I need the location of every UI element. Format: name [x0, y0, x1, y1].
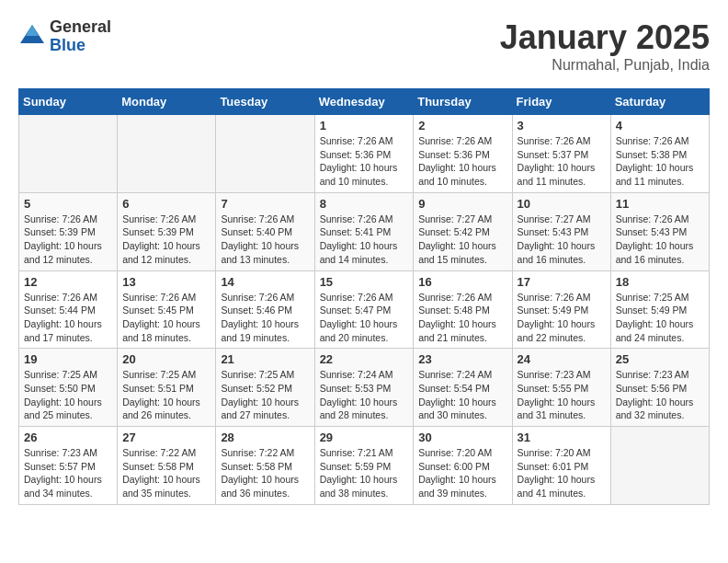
day-info: Sunrise: 7:24 AM Sunset: 5:53 PM Dayligh… — [320, 368, 409, 422]
calendar-cell: 11Sunrise: 7:26 AM Sunset: 5:43 PM Dayli… — [610, 192, 709, 270]
weekday-header-sunday: Sunday — [19, 89, 118, 115]
day-info: Sunrise: 7:23 AM Sunset: 5:55 PM Dayligh… — [518, 368, 606, 422]
day-info: Sunrise: 7:25 AM Sunset: 5:52 PM Dayligh… — [221, 368, 309, 422]
calendar-week-5: 26Sunrise: 7:23 AM Sunset: 5:57 PM Dayli… — [19, 427, 710, 505]
day-info: Sunrise: 7:26 AM Sunset: 5:38 PM Dayligh… — [616, 134, 704, 189]
calendar-cell: 27Sunrise: 7:22 AM Sunset: 5:58 PM Dayli… — [118, 427, 216, 505]
calendar-cell: 14Sunrise: 7:26 AM Sunset: 5:46 PM Dayli… — [216, 270, 314, 349]
calendar-cell: 2Sunrise: 7:26 AM Sunset: 5:36 PM Daylig… — [414, 115, 512, 193]
calendar-cell: 9Sunrise: 7:27 AM Sunset: 5:42 PM Daylig… — [414, 192, 512, 270]
logo: General Blue — [18, 18, 111, 55]
calendar-cell: 20Sunrise: 7:25 AM Sunset: 5:51 PM Dayli… — [118, 349, 216, 427]
day-number: 18 — [616, 275, 704, 289]
day-number: 24 — [518, 352, 606, 366]
day-number: 21 — [221, 352, 309, 366]
calendar-cell: 28Sunrise: 7:22 AM Sunset: 5:58 PM Dayli… — [216, 427, 314, 505]
day-number: 3 — [518, 119, 606, 132]
calendar-table: SundayMondayTuesdayWednesdayThursdayFrid… — [18, 88, 710, 505]
day-info: Sunrise: 7:26 AM Sunset: 5:49 PM Dayligh… — [518, 291, 606, 345]
day-info: Sunrise: 7:26 AM Sunset: 5:40 PM Dayligh… — [221, 213, 309, 267]
day-number: 23 — [418, 352, 506, 366]
day-number: 20 — [122, 352, 210, 366]
weekday-header-saturday: Saturday — [610, 89, 709, 115]
calendar-cell: 6Sunrise: 7:26 AM Sunset: 5:39 PM Daylig… — [118, 192, 216, 270]
page-header: General Blue January 2025 Nurmahal, Punj… — [18, 18, 710, 74]
day-number: 31 — [518, 431, 606, 444]
calendar-cell: 15Sunrise: 7:26 AM Sunset: 5:47 PM Dayli… — [314, 270, 414, 349]
logo-blue: Blue — [50, 37, 111, 55]
calendar-cell: 8Sunrise: 7:26 AM Sunset: 5:41 PM Daylig… — [314, 192, 414, 270]
day-info: Sunrise: 7:22 AM Sunset: 5:58 PM Dayligh… — [221, 446, 309, 500]
day-info: Sunrise: 7:26 AM Sunset: 5:41 PM Dayligh… — [320, 213, 409, 267]
day-number: 4 — [616, 119, 704, 132]
day-number: 5 — [24, 197, 112, 211]
calendar-cell: 26Sunrise: 7:23 AM Sunset: 5:57 PM Dayli… — [19, 427, 118, 505]
day-info: Sunrise: 7:21 AM Sunset: 5:59 PM Dayligh… — [320, 446, 409, 500]
logo-text: General Blue — [50, 18, 111, 55]
day-number: 26 — [24, 431, 112, 444]
day-number: 8 — [320, 197, 409, 211]
day-number: 19 — [24, 352, 112, 366]
calendar-cell: 19Sunrise: 7:25 AM Sunset: 5:50 PM Dayli… — [19, 349, 118, 427]
day-info: Sunrise: 7:26 AM Sunset: 5:39 PM Dayligh… — [122, 213, 210, 267]
weekday-header-friday: Friday — [512, 89, 610, 115]
day-number: 2 — [418, 119, 506, 132]
calendar-title: January 2025 — [500, 18, 710, 57]
calendar-cell: 24Sunrise: 7:23 AM Sunset: 5:55 PM Dayli… — [512, 349, 610, 427]
calendar-cell: 31Sunrise: 7:20 AM Sunset: 6:01 PM Dayli… — [512, 427, 610, 505]
day-number: 10 — [518, 197, 606, 211]
title-block: January 2025 Nurmahal, Punjab, India — [500, 18, 710, 74]
day-number: 25 — [616, 352, 704, 366]
day-info: Sunrise: 7:26 AM Sunset: 5:45 PM Dayligh… — [122, 291, 210, 345]
calendar-cell: 29Sunrise: 7:21 AM Sunset: 5:59 PM Dayli… — [314, 427, 414, 505]
calendar-cell: 21Sunrise: 7:25 AM Sunset: 5:52 PM Dayli… — [216, 349, 314, 427]
calendar-cell: 22Sunrise: 7:24 AM Sunset: 5:53 PM Dayli… — [314, 349, 414, 427]
day-info: Sunrise: 7:26 AM Sunset: 5:36 PM Dayligh… — [418, 134, 506, 189]
day-info: Sunrise: 7:20 AM Sunset: 6:00 PM Dayligh… — [418, 446, 506, 500]
day-number: 17 — [518, 275, 606, 289]
day-info: Sunrise: 7:27 AM Sunset: 5:42 PM Dayligh… — [418, 213, 506, 267]
calendar-cell: 12Sunrise: 7:26 AM Sunset: 5:44 PM Dayli… — [19, 270, 118, 349]
calendar-cell: 30Sunrise: 7:20 AM Sunset: 6:00 PM Dayli… — [414, 427, 512, 505]
day-info: Sunrise: 7:26 AM Sunset: 5:36 PM Dayligh… — [320, 134, 409, 189]
day-info: Sunrise: 7:26 AM Sunset: 5:48 PM Dayligh… — [418, 291, 506, 345]
day-info: Sunrise: 7:26 AM Sunset: 5:44 PM Dayligh… — [24, 291, 112, 345]
day-info: Sunrise: 7:25 AM Sunset: 5:49 PM Dayligh… — [616, 291, 704, 345]
day-number: 13 — [122, 275, 210, 289]
day-info: Sunrise: 7:25 AM Sunset: 5:50 PM Dayligh… — [24, 368, 112, 422]
day-number: 12 — [24, 275, 112, 289]
day-number: 6 — [122, 197, 210, 211]
day-number: 9 — [418, 197, 506, 211]
calendar-cell: 5Sunrise: 7:26 AM Sunset: 5:39 PM Daylig… — [19, 192, 118, 270]
logo-general: General — [50, 18, 111, 37]
day-number: 7 — [221, 197, 309, 211]
calendar-week-4: 19Sunrise: 7:25 AM Sunset: 5:50 PM Dayli… — [19, 349, 710, 427]
day-number: 27 — [122, 431, 210, 444]
day-info: Sunrise: 7:20 AM Sunset: 6:01 PM Dayligh… — [518, 446, 606, 500]
day-number: 28 — [221, 431, 309, 444]
day-info: Sunrise: 7:25 AM Sunset: 5:51 PM Dayligh… — [122, 368, 210, 422]
calendar-cell: 4Sunrise: 7:26 AM Sunset: 5:38 PM Daylig… — [610, 115, 709, 193]
weekday-header-wednesday: Wednesday — [314, 89, 414, 115]
calendar-cell: 7Sunrise: 7:26 AM Sunset: 5:40 PM Daylig… — [216, 192, 314, 270]
day-number: 22 — [320, 352, 409, 366]
calendar-cell: 16Sunrise: 7:26 AM Sunset: 5:48 PM Dayli… — [414, 270, 512, 349]
day-info: Sunrise: 7:22 AM Sunset: 5:58 PM Dayligh… — [122, 446, 210, 500]
day-info: Sunrise: 7:26 AM Sunset: 5:47 PM Dayligh… — [320, 291, 409, 345]
day-number: 15 — [320, 275, 409, 289]
calendar-cell: 23Sunrise: 7:24 AM Sunset: 5:54 PM Dayli… — [414, 349, 512, 427]
day-info: Sunrise: 7:27 AM Sunset: 5:43 PM Dayligh… — [518, 213, 606, 267]
calendar-cell — [19, 115, 118, 193]
day-number: 11 — [616, 197, 704, 211]
logo-icon — [18, 23, 46, 51]
weekday-header-tuesday: Tuesday — [216, 89, 314, 115]
calendar-cell: 18Sunrise: 7:25 AM Sunset: 5:49 PM Dayli… — [610, 270, 709, 349]
day-info: Sunrise: 7:26 AM Sunset: 5:43 PM Dayligh… — [616, 213, 704, 267]
calendar-cell — [118, 115, 216, 193]
day-info: Sunrise: 7:26 AM Sunset: 5:46 PM Dayligh… — [221, 291, 309, 345]
day-number: 30 — [418, 431, 506, 444]
calendar-cell: 25Sunrise: 7:23 AM Sunset: 5:56 PM Dayli… — [610, 349, 709, 427]
calendar-cell: 13Sunrise: 7:26 AM Sunset: 5:45 PM Dayli… — [118, 270, 216, 349]
calendar-cell: 17Sunrise: 7:26 AM Sunset: 5:49 PM Dayli… — [512, 270, 610, 349]
day-number: 16 — [418, 275, 506, 289]
